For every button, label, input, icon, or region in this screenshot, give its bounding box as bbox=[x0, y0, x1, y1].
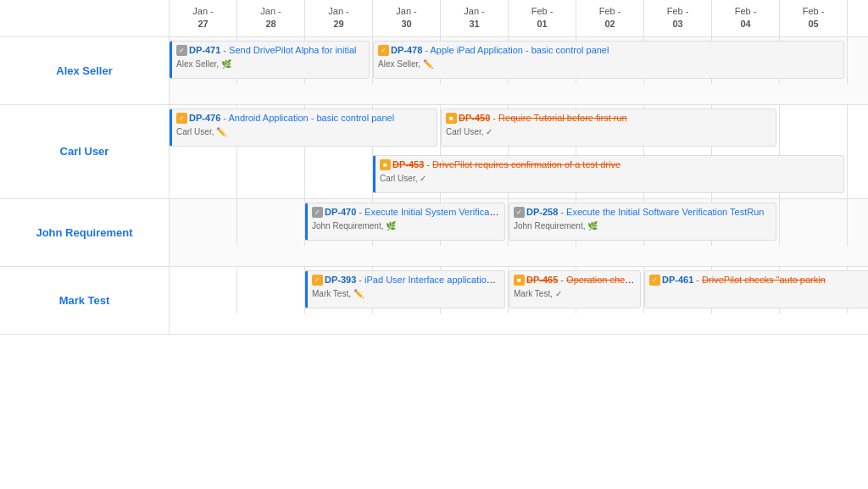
task-icon: ✓ bbox=[312, 207, 323, 218]
calendar-container: Jan -27Jan -28Jan -29Jan -30Jan -31Feb -… bbox=[0, 0, 868, 489]
user-col-header bbox=[0, 0, 170, 36]
task-bar[interactable]: ✓DP-258 - Execute the Initial Software V… bbox=[509, 203, 776, 241]
task-title: Operation check - bbox=[566, 275, 636, 285]
task-icon: ■ bbox=[446, 113, 457, 124]
day-cell bbox=[848, 199, 868, 246]
day-cell bbox=[780, 199, 848, 246]
date-header-6: Feb -02 bbox=[576, 0, 644, 36]
task-dash: - bbox=[558, 207, 566, 217]
task-assignee: Carl User, ✓ bbox=[446, 126, 771, 138]
date-header-5: Feb -01 bbox=[509, 0, 576, 36]
task-dash: - bbox=[424, 159, 432, 169]
date-header-9: Feb -05 bbox=[780, 0, 848, 36]
user-timeline: ✓DP-471 - Send DrivePilot Alpha for init… bbox=[170, 37, 868, 104]
task-icon: ✓ bbox=[649, 275, 660, 286]
user-row: Carl User✓DP-476 - Android Application -… bbox=[0, 105, 868, 199]
task-dash: - bbox=[490, 113, 498, 123]
task-icon: ■ bbox=[380, 159, 391, 170]
task-icon: ■ bbox=[514, 275, 525, 286]
date-header-8: Feb -04 bbox=[712, 0, 780, 36]
day-cell bbox=[237, 152, 305, 198]
task-id: DP-461 bbox=[662, 275, 693, 285]
task-assignee: Alex Seller, 🌿 bbox=[176, 58, 364, 70]
task-dash: - bbox=[356, 207, 364, 217]
task-assignee: Mark Test, ✏️ bbox=[312, 288, 500, 300]
date-header-1: Jan -28 bbox=[237, 0, 305, 36]
task-title: Send DrivePilot Alpha for initial bbox=[229, 45, 356, 55]
date-header-0: Jan -27 bbox=[170, 0, 237, 36]
task-assignee: Mark Test, ✓ bbox=[514, 288, 636, 300]
date-header-10: Feb -06 bbox=[848, 0, 868, 36]
task-title: DrivePilot checks "auto parkin bbox=[702, 275, 826, 285]
task-id: DP-393 bbox=[325, 275, 356, 285]
task-assignee: John Requirement, 🌿 bbox=[514, 220, 771, 232]
user-timeline: ✓DP-393 - iPad User Interface applicatio… bbox=[170, 267, 868, 334]
date-header-4: Jan -31 bbox=[441, 0, 509, 36]
day-cell bbox=[305, 152, 373, 198]
user-row: Mark Test✓DP-393 - iPad User Interface a… bbox=[0, 267, 868, 335]
date-header-7: Feb -03 bbox=[644, 0, 712, 36]
task-title: Require Tutorial before first run bbox=[498, 113, 627, 123]
header-row: Jan -27Jan -28Jan -29Jan -30Jan -31Feb -… bbox=[0, 0, 868, 37]
day-cell bbox=[780, 105, 848, 152]
day-cell bbox=[237, 199, 305, 246]
task-bar[interactable]: ✓DP-478 - Apple iPad Application - basic… bbox=[373, 41, 844, 79]
task-title: Android Application - basic control pane… bbox=[228, 113, 394, 123]
day-cell bbox=[848, 105, 868, 152]
task-icon: ✓ bbox=[312, 275, 323, 286]
task-assignee: John Requirement, 🌿 bbox=[312, 220, 500, 232]
task-id: DP-471 bbox=[189, 45, 220, 55]
task-bar[interactable]: ■DP-453 - DrivePilot requires confirmati… bbox=[373, 155, 844, 193]
day-cell bbox=[848, 37, 868, 84]
date-header-3: Jan -30 bbox=[373, 0, 441, 36]
task-title: iPad User Interface application auth bbox=[364, 275, 500, 285]
task-id: DP-450 bbox=[459, 113, 490, 123]
day-cell bbox=[170, 199, 237, 246]
task-bar[interactable]: ✓DP-470 - Execute Initial System Verific… bbox=[305, 203, 505, 241]
user-timeline: ✓DP-476 - Android Application - basic co… bbox=[170, 105, 868, 198]
date-header-2: Jan -29 bbox=[305, 0, 373, 36]
task-dash: - bbox=[558, 275, 566, 285]
task-title: DrivePilot requires confirmation of a te… bbox=[432, 159, 620, 169]
task-id: DP-476 bbox=[189, 113, 220, 123]
task-icon: ✓ bbox=[514, 207, 525, 218]
task-id: DP-465 bbox=[526, 275, 558, 285]
task-id: DP-470 bbox=[325, 207, 356, 217]
task-id: DP-453 bbox=[392, 159, 424, 169]
task-icon: ✓ bbox=[176, 45, 187, 56]
task-bar[interactable]: ✓DP-461 - DrivePilot checks "auto parkin bbox=[644, 270, 868, 308]
task-bar[interactable]: ■DP-450 - Require Tutorial before first … bbox=[441, 108, 776, 147]
task-icon: ✓ bbox=[378, 45, 389, 56]
task-icon: ✓ bbox=[176, 113, 187, 124]
body-area: Alex Seller✓DP-471 - Send DrivePilot Alp… bbox=[0, 37, 868, 335]
date-headers: Jan -27Jan -28Jan -29Jan -30Jan -31Feb -… bbox=[170, 0, 868, 36]
task-id: DP-478 bbox=[391, 45, 422, 55]
user-label: Mark Test bbox=[0, 267, 170, 334]
day-cell bbox=[237, 267, 305, 314]
task-bar[interactable]: ✓DP-393 - iPad User Interface applicatio… bbox=[305, 270, 505, 308]
user-label: Carl User bbox=[0, 105, 170, 198]
task-dash: - bbox=[220, 45, 229, 55]
task-bar[interactable]: ✓DP-471 - Send DrivePilot Alpha for init… bbox=[170, 41, 370, 79]
task-id: DP-258 bbox=[526, 207, 558, 217]
task-bar[interactable]: ✓DP-476 - Android Application - basic co… bbox=[170, 108, 437, 147]
day-cell bbox=[170, 152, 237, 198]
task-assignee: Carl User, ✓ bbox=[380, 173, 839, 185]
task-assignee: Carl User, ✏️ bbox=[176, 126, 432, 138]
user-timeline: ✓DP-470 - Execute Initial System Verific… bbox=[170, 199, 868, 266]
task-title: Execute Initial System Verification Test bbox=[364, 207, 500, 217]
task-dash: - bbox=[693, 275, 702, 285]
user-label: John Requirement bbox=[0, 199, 170, 266]
day-cell bbox=[170, 267, 237, 314]
user-row: John Requirement✓DP-470 - Execute Initia… bbox=[0, 199, 868, 267]
task-assignee: Alex Seller, ✏️ bbox=[378, 58, 839, 70]
task-dash: - bbox=[356, 275, 364, 285]
user-label: Alex Seller bbox=[0, 37, 170, 104]
day-cell bbox=[848, 152, 868, 198]
task-title: Execute the Initial Software Verificatio… bbox=[566, 207, 764, 217]
task-title: Apple iPad Application - basic control p… bbox=[430, 45, 609, 55]
task-bar[interactable]: ■DP-465 - Operation check -Mark Test, ✓ bbox=[509, 270, 641, 308]
user-row: Alex Seller✓DP-471 - Send DrivePilot Alp… bbox=[0, 37, 868, 105]
